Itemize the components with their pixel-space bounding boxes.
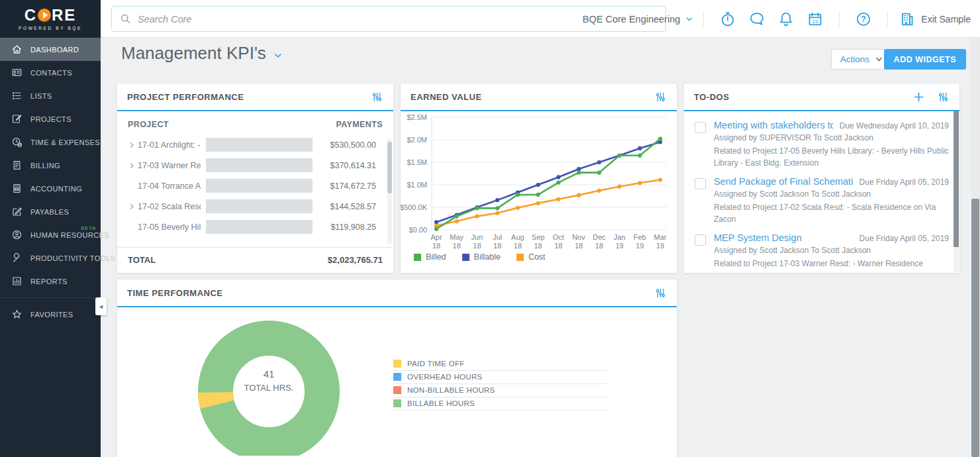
home-icon [11, 44, 23, 55]
page-scrollbar[interactable] [971, 38, 980, 457]
expand-chevron-icon[interactable] [128, 141, 138, 149]
svg-text:18: 18 [595, 242, 603, 250]
svg-text:$2.0M: $2.0M [407, 136, 427, 144]
help-icon[interactable]: ? [855, 11, 872, 28]
timer-icon[interactable] [719, 11, 736, 28]
sidebar-item-payables[interactable]: PAYABLES [0, 200, 101, 223]
todo-checkbox[interactable] [695, 178, 706, 189]
project-row[interactable]: 17-02 Scala Resd...$144,528.57 [117, 196, 393, 217]
core-logo[interactable]: CRE POWERED BY BQE [0, 0, 101, 38]
sidebar-item-lists[interactable]: LISTS [0, 84, 101, 107]
calendar-icon[interactable]: 23 [807, 11, 824, 28]
widget-title: TO-DOS [694, 92, 901, 102]
logo-letter: C [24, 7, 37, 23]
company-selector[interactable]: BQE Core Engineering [583, 14, 695, 25]
todo-title-link[interactable]: Meeting with stakeholders to assist in [714, 120, 833, 130]
main-content: Management KPI's Actions ADD WIDGETS PRO… [101, 38, 980, 457]
todo-checkbox[interactable] [695, 234, 706, 246]
search-icon [120, 13, 131, 25]
exit-sample-button[interactable]: Exit Sample [897, 11, 971, 28]
exit-sample-label: Exit Sample [921, 14, 971, 25]
legend-item-billable[interactable]: Billable [462, 252, 501, 262]
notifications-bell-icon[interactable] [777, 11, 795, 28]
widget-title: TIME PERFORMANCE [127, 288, 642, 298]
legend-label: BILLABLE HOURS [407, 399, 475, 407]
person-icon [11, 229, 23, 240]
legend-item-paid-time-off[interactable]: PAID TIME OFF [393, 358, 607, 371]
scrollbar-thumb[interactable] [387, 142, 392, 193]
legend-label: OVERHEAD HOURS [407, 373, 482, 381]
legend-swatch [393, 399, 401, 407]
legend-swatch [393, 386, 401, 394]
add-widgets-button[interactable]: ADD WIDGETS [884, 49, 966, 70]
legend-item-cost[interactable]: Cost [516, 252, 546, 262]
widget-settings-icon[interactable] [654, 287, 667, 299]
dashboard-title-dropdown[interactable]: Management KPI's [121, 43, 283, 64]
legend-item-billed[interactable]: Billed [414, 252, 446, 262]
svg-text:Sep: Sep [532, 233, 545, 241]
sidebar-item-productivity-tools[interactable]: PRODUCTIVITY TOOLS [0, 246, 101, 270]
legend-item-billable-hours[interactable]: BILLABLE HOURS [393, 397, 607, 411]
calculator-icon [11, 183, 23, 194]
project-row[interactable]: 17-06 Cadillac Servic...$119,128.35 [117, 237, 393, 238]
todo-title-link[interactable]: MEP System Design [714, 232, 802, 243]
beta-badge: BETA [81, 225, 96, 231]
svg-text:Jul: Jul [493, 233, 502, 241]
legend-item-overhead-hours[interactable]: OVERHEAD HOURS [393, 371, 607, 384]
sidebar-item-label: BILLING [30, 162, 60, 170]
chat-icon[interactable] [748, 11, 765, 28]
earned-value-line-chart: $2.5M$2.0M$1.5M$1.0M$500.0K$0.00Apr18May… [401, 111, 677, 250]
project-row[interactable]: 17-03 Warner Re...$370,614.31 [117, 155, 393, 176]
todo-title-link[interactable]: Send Package of Final Schematic Phase [714, 176, 853, 187]
todo-due-date: Due Wednesday April 10, 2019 [840, 121, 949, 130]
svg-text:Dec: Dec [593, 233, 606, 241]
legend-label: Billable [474, 252, 501, 262]
expand-chevron-icon[interactable] [128, 203, 138, 211]
sidebar-item-reports[interactable]: REPORTS [0, 270, 101, 293]
sidebar-item-accounting[interactable]: ACCOUNTING [0, 177, 101, 200]
table-scrollbar[interactable] [387, 139, 392, 244]
todos-scrollbar[interactable] [954, 111, 959, 272]
total-label: TOTAL [128, 255, 156, 265]
sidebar-collapse-handle[interactable]: ◄ [95, 297, 107, 315]
legend-item-non-billable-hours[interactable]: NON-BILLABLE HOURS [393, 384, 607, 397]
company-name: BQE Core Engineering [583, 14, 681, 25]
search-input[interactable] [138, 14, 658, 25]
todo-related: Related to Project 17-03 Warner Resd: - … [714, 258, 949, 272]
svg-text:May: May [450, 233, 464, 241]
svg-text:18: 18 [432, 242, 440, 250]
sidebar-item-human-resources[interactable]: HUMAN RESOURCESBETA [0, 223, 101, 246]
todo-checkbox[interactable] [695, 122, 706, 133]
sidebar-item-time-expenses[interactable]: TIME & EXPENSES [0, 130, 101, 154]
sidebar-item-contacts[interactable]: CONTACTS [0, 61, 101, 84]
legend-swatch [462, 254, 469, 261]
scrollbar-thumb[interactable] [971, 199, 979, 457]
sidebar-item-favorites[interactable]: FAVORITES [0, 303, 101, 326]
project-row[interactable]: 17-01 Archlight: -...$530,500.00 [117, 134, 393, 155]
chevron-down-icon [685, 15, 694, 24]
sidebar-item-billing[interactable]: BILLING [0, 154, 101, 177]
project-row[interactable]: 17-05 Beverly Hills L...$119,908.25 [117, 217, 393, 237]
svg-text:Nov: Nov [572, 233, 585, 241]
project-row[interactable]: 17-04 Torrance Airp...$174,672.75 [117, 176, 393, 196]
star-icon [11, 309, 23, 320]
column-payments: PAYMENTS [336, 120, 383, 129]
widget-settings-icon[interactable] [371, 91, 383, 103]
payment-bar-track [206, 179, 313, 193]
add-todo-icon[interactable] [912, 91, 925, 103]
svg-text:18: 18 [473, 242, 481, 250]
separator [887, 11, 888, 27]
widget-settings-icon[interactable] [937, 91, 950, 103]
expand-chevron-icon[interactable] [128, 162, 138, 170]
payment-bar-track [206, 220, 313, 234]
chevron-down-icon [875, 55, 883, 64]
svg-text:18: 18 [534, 242, 542, 250]
widget-settings-icon[interactable] [654, 91, 667, 103]
sidebar-item-label: LISTS [30, 92, 52, 100]
logo-tagline: POWERED BY BQE [19, 26, 82, 30]
sidebar-item-dashboard[interactable]: DASHBOARD [0, 38, 101, 61]
project-name: 17-05 Beverly Hills L... [138, 223, 201, 232]
project-name: 17-02 Scala Resd... [138, 202, 201, 211]
scrollbar-thumb[interactable] [954, 111, 959, 247]
sidebar-item-projects[interactable]: PROJECTS [0, 107, 101, 130]
